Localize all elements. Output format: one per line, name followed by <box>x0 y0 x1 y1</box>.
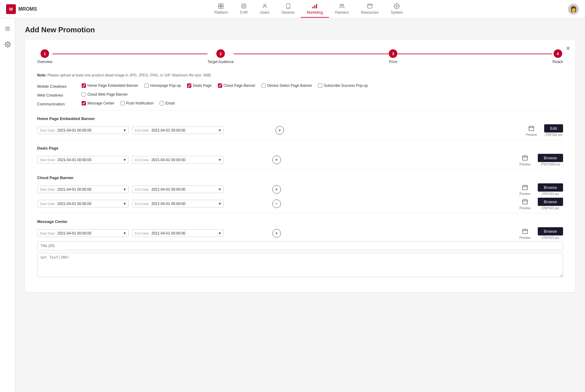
note-text: Please upload at least one product detai… <box>48 73 212 77</box>
checkbox-message-center-input[interactable] <box>82 101 86 105</box>
checkbox-deals-page[interactable]: Deals Page <box>187 83 212 88</box>
remove-row-button-3[interactable]: − <box>272 200 281 208</box>
step-label-1: Overview <box>37 60 52 64</box>
checkbox-home-page-banner[interactable]: Home Page Embedded Banner <box>82 83 138 88</box>
communication-row: Communication Message Center Push Notifi… <box>37 101 563 106</box>
nav-item-platform[interactable]: Platform <box>208 1 234 18</box>
end-date-dropdown-1[interactable]: ▾ <box>219 128 221 132</box>
start-date-input-1[interactable] <box>58 128 124 132</box>
message-center-dates: Start Date ▾ End Date ▾ <box>37 229 269 237</box>
svg-rect-7 <box>286 3 290 9</box>
start-date-dropdown-2[interactable]: ▾ <box>124 157 126 162</box>
end-dropdown-3b[interactable]: ▾ <box>219 201 221 206</box>
checkbox-message-center[interactable]: Message Center <box>82 101 114 105</box>
nav-menu: Platform CVR Users Devices Marketing Par… <box>49 1 568 18</box>
end-input-4[interactable] <box>151 231 219 235</box>
start-dropdown-3a[interactable]: ▾ <box>124 187 126 192</box>
nav-item-marketing[interactable]: Marketing <box>301 1 329 18</box>
checkbox-device-select-banner[interactable]: Device Select Page Banner <box>261 83 312 88</box>
checkbox-email-input[interactable] <box>160 101 164 105</box>
nav-item-system[interactable]: System <box>385 1 409 18</box>
browse-button-4[interactable]: Browse <box>538 227 563 235</box>
mobile-creatives-label: Mobile Creatives <box>37 83 77 89</box>
checkbox-push-notification[interactable]: Push Notification <box>120 101 154 105</box>
svg-rect-24 <box>523 229 527 234</box>
end-label-3b: End Date <box>135 202 149 206</box>
nav-label-cvr: CVR <box>240 10 248 15</box>
message-center-title-input[interactable] <box>37 241 563 250</box>
add-row-button-4[interactable]: + <box>272 229 281 238</box>
svg-point-19 <box>7 44 8 45</box>
top-navigation: M MROMS Platform CVR Users Devices Marke… <box>0 0 585 18</box>
nav-item-cvr[interactable]: CVR <box>234 1 254 18</box>
start-dropdown-3b[interactable]: ▾ <box>124 201 126 206</box>
preview-icon-2[interactable] <box>520 154 530 163</box>
end-input-3a[interactable] <box>151 187 219 192</box>
end-date-dropdown-2[interactable]: ▾ <box>219 157 221 162</box>
checkbox-device-select-banner-input[interactable] <box>261 83 266 88</box>
nav-label-marketing: Marketing <box>307 10 323 15</box>
checkbox-deals-page-input[interactable] <box>187 83 191 88</box>
browse-button-3a[interactable]: Browse <box>538 183 563 192</box>
checkbox-cloud-page-banner[interactable]: Cloud Page Banner <box>218 83 256 88</box>
size-label-2: (750*1600 px) <box>541 163 560 166</box>
step-4: 4 Reach <box>552 49 563 64</box>
checkbox-email[interactable]: Email <box>160 101 175 105</box>
edit-button-1[interactable]: Edit <box>544 124 563 132</box>
checkbox-home-page-banner-input[interactable] <box>82 83 86 88</box>
checkbox-cloud-web-input[interactable] <box>82 92 86 97</box>
message-center-text-input[interactable] <box>37 253 563 277</box>
home-page-banner-end-date: End Date ▾ <box>132 126 224 134</box>
end-dropdown-3a[interactable]: ▾ <box>219 187 221 192</box>
nav-item-resources[interactable]: Resources <box>355 1 385 18</box>
checkbox-homepage-popup[interactable]: Homepage Pop-up <box>144 83 181 88</box>
app-logo[interactable]: M MROMS <box>6 4 37 14</box>
close-button[interactable]: ✕ <box>566 45 570 52</box>
end-input-3b[interactable] <box>151 202 219 206</box>
preview-icon-3b[interactable] <box>520 197 530 207</box>
home-page-banner-section: Home Page Embedded Banner Start Date ▾ E… <box>37 116 563 136</box>
sidebar-settings-icon[interactable] <box>2 39 13 50</box>
browse-button-2[interactable]: Browse <box>538 154 563 162</box>
preview-icon-4[interactable] <box>520 227 530 236</box>
svg-rect-10 <box>314 5 315 8</box>
end-date-input-1[interactable] <box>151 128 219 132</box>
cloud-banner-start-2: Start Date ▾ <box>37 200 129 207</box>
checkbox-cloud-page-banner-input[interactable] <box>218 83 222 88</box>
nav-item-devices[interactable]: Devices <box>275 1 301 18</box>
start-input-3a[interactable] <box>58 187 124 192</box>
nav-item-users[interactable]: Users <box>254 1 275 18</box>
checkbox-subscribe-success[interactable]: Subscribe Success Pop-up <box>318 83 368 88</box>
start-input-3b[interactable] <box>58 202 124 206</box>
nav-item-partners[interactable]: Partners <box>329 1 355 18</box>
nav-label-users: Users <box>260 10 269 15</box>
preview-icon-1[interactable] <box>527 124 536 133</box>
checkbox-homepage-popup-input[interactable] <box>144 83 149 88</box>
end-dropdown-4[interactable]: ▾ <box>219 231 221 235</box>
preview-group-1: Preview <box>526 124 537 136</box>
checkbox-subscribe-success-input[interactable] <box>318 83 322 88</box>
preview-group-3b: Preview <box>519 197 530 210</box>
start-dropdown-4[interactable]: ▾ <box>124 231 126 235</box>
checkbox-push-notification-input[interactable] <box>120 101 125 105</box>
start-date-input-2[interactable] <box>58 158 124 162</box>
start-date-dropdown-1[interactable]: ▾ <box>124 128 126 132</box>
preview-group-3a: Preview <box>519 183 530 196</box>
preview-label-4: Preview <box>519 236 530 239</box>
end-date-input-2[interactable] <box>151 158 219 162</box>
checkbox-cloud-web[interactable]: Cloud Web Page Banner <box>82 92 128 97</box>
nav-label-resources: Resources <box>361 10 378 15</box>
sidebar-menu-icon[interactable] <box>2 23 13 34</box>
add-row-button-1[interactable]: + <box>275 126 284 135</box>
start-input-4[interactable] <box>58 231 124 235</box>
svg-point-4 <box>243 5 245 7</box>
preview-label-3a: Preview <box>519 192 530 196</box>
svg-rect-21 <box>523 156 527 160</box>
user-avatar[interactable]: 👩 <box>568 4 579 15</box>
browse-button-3b[interactable]: Browse <box>538 198 563 206</box>
add-row-button-3[interactable]: + <box>272 185 281 194</box>
note: Note: Please upload at least one product… <box>37 73 563 77</box>
add-row-button-2[interactable]: + <box>272 156 281 164</box>
preview-icon-3a[interactable] <box>520 183 530 192</box>
mobile-creatives-row: Mobile Creatives Home Page Embedded Bann… <box>37 83 563 89</box>
